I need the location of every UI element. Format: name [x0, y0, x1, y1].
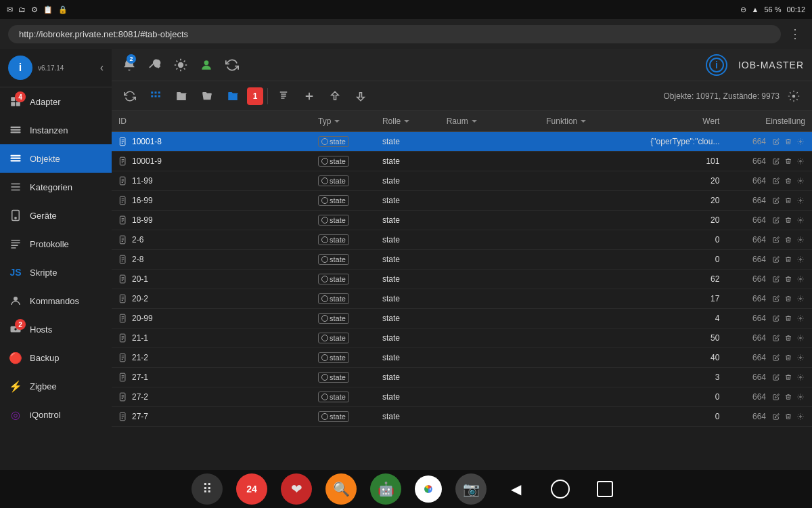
- notification-button[interactable]: 2: [120, 56, 139, 75]
- col-header-typ[interactable]: Typ: [311, 111, 376, 132]
- delete-icon[interactable]: [784, 373, 793, 382]
- settings-icon[interactable]: [796, 412, 805, 421]
- edit-icon[interactable]: [771, 176, 781, 186]
- delete-icon[interactable]: [784, 196, 793, 205]
- delete-icon[interactable]: [784, 255, 793, 264]
- folder-open-button[interactable]: [196, 86, 219, 106]
- url-menu-button[interactable]: ⋮: [786, 24, 804, 44]
- sidebar-item-objekte[interactable]: Objekte: [0, 144, 112, 173]
- settings-icon[interactable]: [796, 137, 805, 146]
- edit-icon[interactable]: [771, 373, 781, 382]
- wrench-button[interactable]: [145, 56, 164, 75]
- settings-icon[interactable]: [796, 353, 805, 362]
- recents-button[interactable]: [589, 473, 621, 505]
- folder-button[interactable]: [170, 86, 193, 106]
- sidebar-item-adapter[interactable]: 4 Adapter: [0, 87, 112, 116]
- table-row[interactable]: 16-99 statestate20 664: [112, 191, 812, 211]
- grid-view-button[interactable]: [144, 86, 167, 106]
- sidebar-item-kommandos[interactable]: Kommandos: [0, 287, 112, 315]
- delete-icon[interactable]: [784, 156, 793, 166]
- delete-icon[interactable]: [784, 235, 793, 245]
- col-header-rolle[interactable]: Rolle: [376, 111, 440, 132]
- heart-app[interactable]: ❤: [281, 473, 312, 505]
- settings-icon[interactable]: [796, 215, 805, 225]
- delete-icon[interactable]: [784, 333, 793, 343]
- refresh-button[interactable]: [118, 86, 141, 106]
- table-row[interactable]: 11-99 statestate20 664: [112, 171, 812, 191]
- edit-icon[interactable]: [771, 196, 781, 205]
- delete-icon[interactable]: [784, 353, 793, 362]
- edit-icon[interactable]: [771, 235, 781, 245]
- number-button[interactable]: 1: [247, 87, 263, 105]
- sidebar-item-instanzen[interactable]: Instanzen: [0, 116, 112, 144]
- sidebar-collapse-button[interactable]: ‹: [100, 62, 104, 74]
- table-row[interactable]: 27-1 statestate3 664: [112, 368, 812, 387]
- table-row[interactable]: 20-2 statestate17 664: [112, 289, 812, 309]
- delete-icon[interactable]: [784, 274, 793, 284]
- toolbar-settings-button[interactable]: [782, 86, 805, 106]
- upload-button[interactable]: [323, 86, 346, 106]
- edit-icon[interactable]: [771, 294, 781, 303]
- theme-button[interactable]: [171, 56, 190, 75]
- table-row[interactable]: 10001-9 statestate101 664: [112, 152, 812, 171]
- settings-icon[interactable]: [796, 255, 805, 264]
- chrome-browser[interactable]: [415, 475, 442, 503]
- edit-icon[interactable]: [771, 156, 781, 166]
- edit-icon[interactable]: [771, 353, 781, 362]
- sidebar-item-protokolle[interactable]: Protokolle: [0, 230, 112, 258]
- edit-icon[interactable]: [771, 215, 781, 225]
- edit-icon[interactable]: [771, 255, 781, 264]
- app-drawer-button[interactable]: ⠿: [191, 473, 223, 505]
- settings-icon[interactable]: [796, 373, 805, 382]
- user-button[interactable]: [197, 56, 216, 75]
- col-header-raum[interactable]: Raum: [440, 111, 540, 132]
- table-row[interactable]: 27-2 statestate0 664: [112, 387, 812, 407]
- robot-app[interactable]: 🤖: [370, 473, 401, 505]
- delete-icon[interactable]: [784, 215, 793, 225]
- camera-app[interactable]: 📷: [455, 473, 487, 505]
- sidebar-item-iqontrol[interactable]: ◎ iQontrol: [0, 400, 112, 429]
- table-row[interactable]: 27-7 statestate0 664: [112, 407, 812, 427]
- settings-icon[interactable]: [796, 156, 805, 166]
- search-app[interactable]: 🔍: [325, 473, 357, 505]
- delete-icon[interactable]: [784, 137, 793, 146]
- table-row[interactable]: 2-8 statestate0 664: [112, 250, 812, 270]
- sidebar-item-geraete[interactable]: Geräte: [0, 201, 112, 230]
- edit-icon[interactable]: [771, 314, 781, 323]
- sync-button[interactable]: [223, 56, 242, 75]
- table-row[interactable]: 20-99 statestate4 664: [112, 309, 812, 329]
- table-row[interactable]: 2-6 statestate0 664: [112, 230, 812, 250]
- table-row[interactable]: 21-1 statestate50 664: [112, 329, 812, 348]
- table-row[interactable]: 10001-8 statestate{"operType":"clou... 6…: [112, 132, 812, 152]
- table-row[interactable]: 18-99 statestate20 664: [112, 211, 812, 230]
- back-button[interactable]: ◀: [500, 473, 531, 505]
- settings-icon[interactable]: [796, 235, 805, 245]
- settings-icon[interactable]: [796, 274, 805, 284]
- edit-icon[interactable]: [771, 412, 781, 421]
- col-header-funktion[interactable]: Funktion: [539, 111, 639, 132]
- settings-icon[interactable]: [796, 294, 805, 303]
- table-row[interactable]: 21-2 statestate40 664: [112, 348, 812, 368]
- calendar-app[interactable]: 24: [236, 473, 267, 505]
- delete-icon[interactable]: [784, 294, 793, 303]
- text-format-button[interactable]: [272, 86, 295, 106]
- sidebar-item-hosts[interactable]: 2 Hosts: [0, 315, 112, 343]
- sidebar-item-kategorien[interactable]: Kategorien: [0, 173, 112, 201]
- settings-icon[interactable]: [796, 176, 805, 186]
- sidebar-item-backup[interactable]: 🔴 Backup: [0, 343, 112, 372]
- edit-icon[interactable]: [771, 274, 781, 284]
- add-button[interactable]: [298, 86, 321, 106]
- settings-icon[interactable]: [796, 196, 805, 205]
- download-button[interactable]: [349, 86, 372, 106]
- sidebar-item-skripte[interactable]: JS Skripte: [0, 258, 112, 287]
- home-button[interactable]: [545, 473, 576, 505]
- settings-icon[interactable]: [796, 333, 805, 343]
- sidebar-item-zigbee[interactable]: ⚡ Zigbee: [0, 372, 112, 400]
- delete-icon[interactable]: [784, 314, 793, 323]
- table-row[interactable]: 20-1 statestate62 664: [112, 270, 812, 289]
- edit-icon[interactable]: [771, 333, 781, 343]
- folder-color-button[interactable]: [221, 86, 244, 106]
- url-input[interactable]: [8, 25, 781, 43]
- settings-icon[interactable]: [796, 392, 805, 402]
- delete-icon[interactable]: [784, 176, 793, 186]
